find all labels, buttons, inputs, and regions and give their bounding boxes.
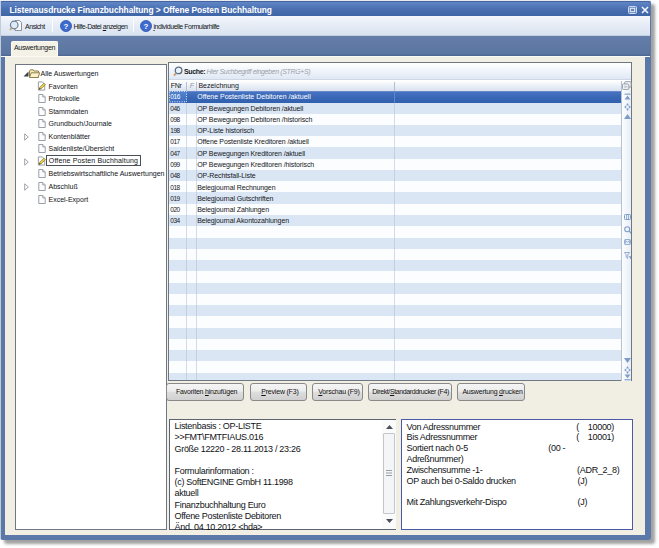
svg-text:?: ?	[64, 22, 69, 31]
svg-text:?: ?	[144, 22, 149, 31]
